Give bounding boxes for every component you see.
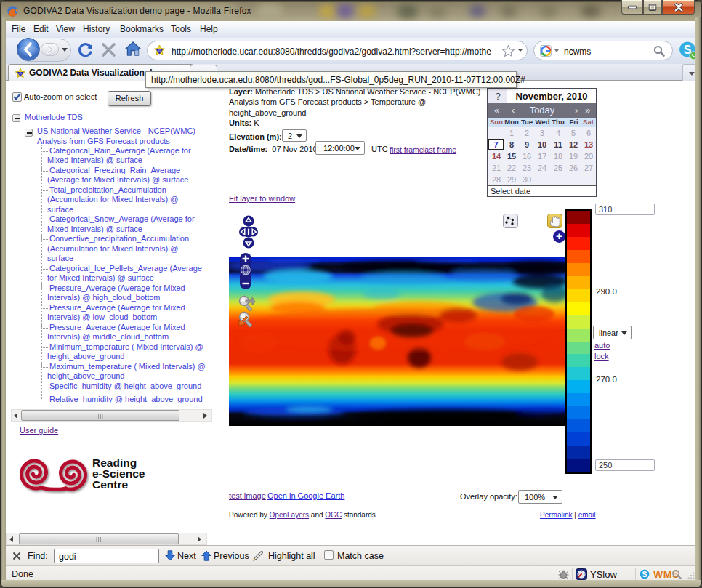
svg-text:S: S [642, 570, 647, 579]
svg-text:Centre: Centre [92, 478, 128, 491]
